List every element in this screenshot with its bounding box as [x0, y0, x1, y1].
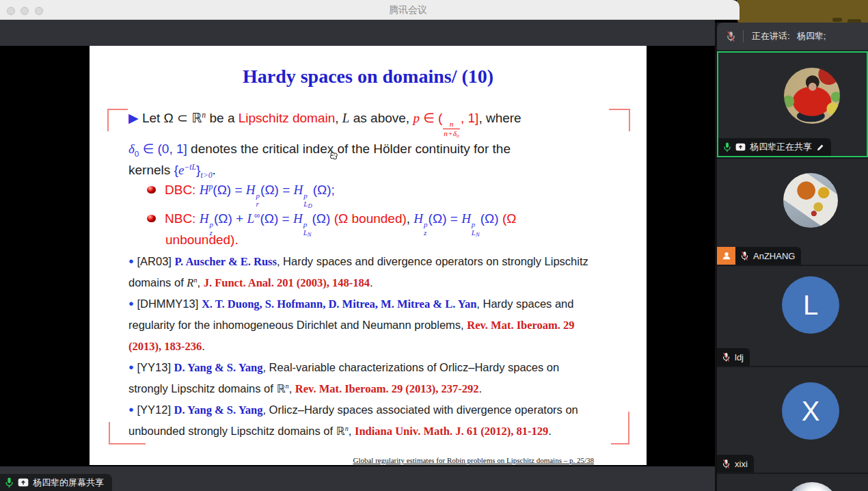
mic-on-icon — [723, 142, 731, 152]
reference-line: ● [DHMMY13] X. T. Duong, S. Hofmann, D. … — [128, 293, 626, 315]
reference-line: ● [YY12] D. Yang & S. Yang, Orlicz–Hardy… — [128, 399, 626, 421]
traffic-light-minimize-button[interactable] — [21, 7, 29, 15]
screen-share-banner: 杨四辈的屏幕共享 — [0, 474, 112, 491]
mic-muted-icon — [726, 31, 736, 42]
now-speaking-bar: 正在讲话:杨四辈; — [717, 23, 868, 50]
now-speaking-text: 正在讲话:杨四辈; — [752, 30, 826, 42]
screen-share-icon — [18, 478, 29, 487]
slide-intro-line: δ0 ∈ (0, 1] denotes the critical index o… — [128, 138, 619, 159]
screen-share-icon — [735, 143, 746, 151]
video-tile-ldj[interactable]: L ldj — [717, 266, 868, 366]
mic-on-icon — [5, 477, 14, 488]
remote-pointer-cursor — [327, 150, 340, 163]
avatar-initial: X — [782, 382, 839, 440]
mic-muted-icon — [740, 251, 749, 261]
background-window-artifact — [832, 18, 842, 22]
now-speaking-name: 杨四辈; — [797, 31, 826, 41]
nameplate: 杨四辈正在共享 — [718, 138, 831, 156]
nameplate: AnZHANG — [717, 247, 801, 265]
reference-line: (2013), 183-236. — [128, 336, 626, 357]
slide-intro-paragraph: ▶ Let Ω ⊂ ℝn be a Lipschitz domain, L as… — [128, 107, 619, 181]
crop-mark-top-left — [107, 109, 128, 131]
avatar — [784, 68, 840, 124]
video-tile-xixi[interactable]: X xixi — [717, 367, 868, 473]
reference-line: unbounded strongly Lipschitz domains of … — [128, 421, 626, 442]
slide-item-nbc-cont: unbounded). — [165, 230, 626, 250]
avatar — [785, 482, 839, 491]
participant-name: 杨四辈正在共享 — [750, 141, 812, 153]
reference-line: strongly Lipschitz domains of ℝn, Rev. M… — [128, 378, 626, 399]
red-ball-bullet-icon — [147, 186, 156, 194]
nameplate: ldj — [717, 348, 750, 366]
divider — [743, 30, 744, 42]
traffic-light-close-button[interactable] — [7, 7, 15, 15]
reference-line: ● [AR03] P. Auscher & E. Russ, Hardy spa… — [128, 251, 626, 272]
video-tile-yangsibei[interactable]: 杨四辈正在共享 — [717, 51, 868, 157]
slide-title: Hardy spaces on domains/ (10) — [90, 66, 647, 88]
avatar — [783, 173, 838, 228]
slide-item-dbc: DBC: Hp(Ω) = Hpr(Ω) = HpLD(Ω); — [147, 180, 626, 208]
avatar-initial: L — [782, 276, 839, 334]
participant-name: AnZHANG — [753, 251, 795, 261]
reference-line: regularity for the inhomogeneous Dirichl… — [128, 315, 626, 336]
participant-name: ldj — [735, 352, 744, 362]
nbc-text-line1: NBC: Hpz(Ω) + L∞(Ω) = HpLN(Ω) (Ω bounded… — [165, 211, 516, 226]
slide-references: ● [AR03] P. Auscher & E. Russ, Hardy spa… — [128, 251, 626, 442]
mic-muted-icon — [722, 459, 731, 469]
bottom-status-bar: 杨四辈的屏幕共享 — [0, 466, 715, 491]
dbc-text: DBC: Hp(Ω) = Hpr(Ω) = HpLD(Ω); — [165, 183, 335, 197]
reference-line: domains of Rn, J. Funct. Anal. 201 (2003… — [128, 272, 626, 293]
participant-name: xixi — [735, 459, 748, 469]
participant-badge-icon — [717, 247, 735, 265]
slide-intro-line: ▶ Let Ω ⊂ ℝn be a Lipschitz domain, L as… — [128, 107, 619, 138]
reference-line: ● [YY13] D. Yang & S. Yang, Real-variabl… — [128, 357, 626, 378]
pencil-edit-icon[interactable] — [816, 143, 825, 152]
window-title: 腾讯会议 — [340, 4, 476, 16]
participants-sidebar: 正在讲话:杨四辈; 杨四辈正在共享 — [715, 23, 868, 491]
slide-footer-page-indicator: Global regularity estimates for Robin pr… — [353, 456, 594, 464]
presentation-slide: Hardy spaces on domains/ (10) ▶ Let Ω ⊂ … — [90, 46, 647, 465]
window-titlebar: 腾讯会议 — [0, 0, 740, 20]
traffic-light-zoom-button[interactable] — [35, 7, 43, 15]
red-ball-bullet-icon — [147, 215, 156, 222]
screen-share-banner-label: 杨四辈的屏幕共享 — [33, 477, 104, 489]
now-speaking-label: 正在讲话: — [752, 31, 790, 41]
slide-intro-line: kernels {e−tL}t>0. — [128, 159, 619, 181]
nameplate: xixi — [717, 455, 754, 473]
background-window — [737, 0, 868, 25]
video-tile-partial[interactable] — [717, 474, 868, 491]
video-tile-anzhang[interactable]: AnZHANG — [717, 159, 868, 265]
mic-muted-icon — [722, 352, 731, 362]
meeting-toolbar — [0, 19, 715, 46]
nbc-text-line2: unbounded). — [165, 233, 239, 247]
